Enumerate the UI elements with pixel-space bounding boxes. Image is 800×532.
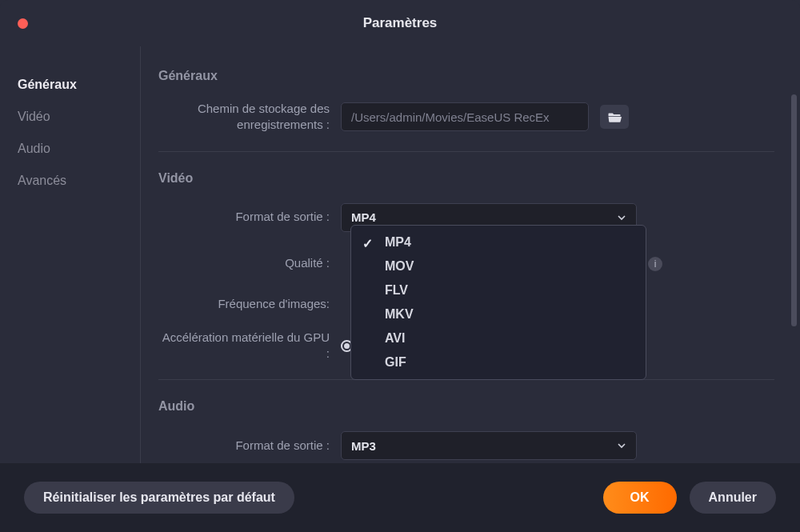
storage-path-input[interactable] — [341, 102, 589, 131]
sidebar-item-general[interactable]: Généraux — [0, 69, 140, 101]
storage-path-row: Chemin de stockage des enregistrements : — [158, 101, 774, 134]
audio-format-row: Format de sortie : MP3 — [158, 431, 774, 460]
video-format-value: MP4 — [351, 210, 376, 224]
ok-button[interactable]: OK — [603, 482, 677, 514]
quality-label: Qualité : — [158, 255, 341, 271]
titlebar: Paramètres — [0, 0, 800, 46]
window-title: Paramètres — [16, 15, 784, 31]
audio-format-label: Format de sortie : — [158, 438, 341, 454]
dropdown-option-gif[interactable]: GIF — [351, 350, 646, 374]
dropdown-option-avi[interactable]: AVI — [351, 326, 646, 350]
folder-open-icon — [607, 111, 622, 122]
info-icon[interactable]: i — [648, 257, 662, 271]
section-video-title: Vidéo — [158, 171, 774, 186]
divider — [158, 151, 774, 152]
sidebar-item-advanced[interactable]: Avancés — [0, 165, 140, 197]
settings-window: Paramètres Généraux Vidéo Audio Avancés … — [0, 0, 800, 532]
video-format-label: Format de sortie : — [158, 209, 341, 225]
sidebar-item-audio[interactable]: Audio — [0, 133, 140, 165]
section-audio-title: Audio — [158, 399, 774, 414]
browse-folder-button[interactable] — [600, 105, 629, 129]
storage-path-label: Chemin de stockage des enregistrements : — [158, 101, 341, 134]
audio-format-value: MP3 — [351, 439, 376, 453]
radio-dot-icon — [344, 343, 350, 349]
sidebar: Généraux Vidéo Audio Avancés — [0, 46, 140, 463]
reset-defaults-button[interactable]: Réinitialiser les paramètres par défaut — [24, 482, 294, 514]
sidebar-item-video[interactable]: Vidéo — [0, 101, 140, 133]
cancel-button[interactable]: Annuler — [690, 482, 776, 514]
dropdown-option-mp4[interactable]: ✓ MP4 — [351, 230, 646, 254]
chevron-down-icon — [617, 213, 626, 222]
window-close-icon[interactable] — [18, 18, 28, 29]
gpu-label: Accélération matérielle du GPU : — [158, 330, 341, 362]
dropdown-option-flv[interactable]: FLV — [351, 278, 646, 302]
fps-label: Fréquence d'images: — [158, 296, 341, 312]
video-format-dropdown[interactable]: ✓ MP4 MOV FLV MKV AVI GIF — [350, 225, 646, 380]
dropdown-option-mkv[interactable]: MKV — [351, 302, 646, 326]
chevron-down-icon — [617, 441, 626, 450]
scrollbar[interactable] — [791, 94, 797, 326]
footer: Réinitialiser les paramètres par défaut … — [0, 463, 800, 532]
section-general-title: Généraux — [158, 69, 774, 83]
audio-format-select[interactable]: MP3 — [341, 431, 637, 460]
dropdown-option-mov[interactable]: MOV — [351, 254, 646, 278]
check-icon: ✓ — [362, 236, 373, 251]
